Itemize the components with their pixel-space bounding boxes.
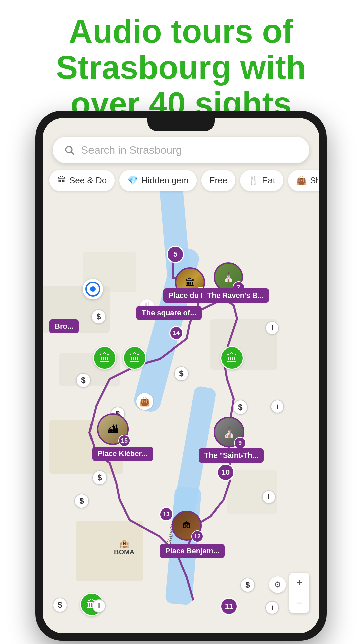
dollar-marker-9: $ [53, 598, 67, 612]
phone-notch [147, 118, 215, 131]
info-marker-4: i [265, 601, 279, 614]
adjust-icon[interactable]: ⚙ [269, 576, 286, 593]
search-icon [63, 143, 76, 157]
dollar-marker-6: $ [74, 494, 89, 508]
filter-see-do[interactable]: 🏛 See & Do [49, 170, 115, 191]
hidden-gem-label: Hidden gem [141, 175, 188, 186]
marker-7[interactable]: ⛪ 7 [214, 262, 243, 292]
tooltip-square-of[interactable]: The square of... [136, 306, 202, 320]
dollar-marker-3: $ [76, 373, 91, 388]
marker-13[interactable]: 13 [159, 507, 173, 521]
filter-free[interactable]: Free [201, 170, 235, 191]
phone-frame: Search in Strasbourg 🏛 See & Do 💎 Hidden… [35, 111, 327, 641]
tooltip-bro[interactable]: Bro... [49, 319, 79, 333]
marker-5[interactable]: 5 [167, 246, 184, 263]
eat-label: Eat [262, 175, 275, 186]
see-do-icon: 🏛 [57, 175, 66, 186]
hidden-gem-icon: 💎 [127, 175, 138, 186]
marker-9[interactable]: ⛪ 9 [214, 417, 244, 447]
boma-icon: 🏨 [114, 539, 134, 548]
info-marker-5: i [92, 599, 106, 613]
map-area: Search in Strasbourg 🏛 See & Do 💎 Hidden… [43, 118, 319, 633]
filter-tabs: 🏛 See & Do 💎 Hidden gem Free 🍴 Eat [49, 170, 319, 191]
tooltip-place-benjam[interactable]: Place Benjam... [160, 544, 225, 558]
boma-poi: 🏨 BOMA [114, 539, 134, 556]
phone-mockup: Search in Strasbourg 🏛 See & Do 💎 Hidden… [35, 111, 327, 641]
marker-10[interactable]: 10 [217, 464, 234, 481]
boma-text: BOMA [114, 548, 134, 556]
marker-15[interactable]: 🏙 15 [97, 413, 129, 445]
info-marker-2: i [270, 400, 284, 413]
filter-shop[interactable]: 👜 Sh... [288, 170, 319, 191]
tooltip-ravens-b[interactable]: The Raven's B... [202, 288, 269, 303]
free-label: Free [209, 175, 227, 186]
shop-poi-marker: 👜 [136, 393, 153, 410]
eat-icon: 🍴 [248, 175, 259, 186]
dollar-marker-8: $ [240, 578, 255, 592]
filter-hidden-gem[interactable]: 💎 Hidden gem [119, 170, 196, 191]
info-marker-1: i [265, 321, 279, 335]
shop-icon: 👜 [296, 175, 307, 186]
svg-line-1 [71, 152, 74, 154]
dollar-marker-7: $ [92, 470, 107, 485]
header-title: Audio tours of Strasbourg with over 40 s… [20, 13, 342, 122]
tooltip-saint-th[interactable]: The "Saint-Th... [199, 448, 264, 463]
dollar-marker-5: $ [233, 400, 248, 415]
dollar-marker-2: $ [174, 366, 189, 381]
header-section: Audio tours of Strasbourg with over 40 s… [0, 0, 362, 128]
search-placeholder: Search in Strasbourg [81, 144, 299, 156]
zoom-out-button[interactable]: − [289, 593, 309, 613]
search-bar[interactable]: Search in Strasbourg [53, 137, 309, 163]
green-poi-1[interactable]: 🏛 [93, 346, 116, 370]
zoom-in-button[interactable]: + [289, 573, 309, 593]
phone-screen: Search in Strasbourg 🏛 See & Do 💎 Hidden… [43, 118, 319, 633]
tooltip-place-kleber[interactable]: Place Kléber... [92, 447, 153, 461]
filter-eat[interactable]: 🍴 Eat [240, 170, 283, 191]
marker-11[interactable]: 11 [220, 598, 238, 615]
marker-14[interactable]: 14 [169, 326, 183, 340]
info-marker-3: i [262, 490, 276, 504]
zoom-control[interactable]: + − [289, 573, 309, 613]
dollar-marker-1: $ [91, 309, 106, 324]
shop-label: Sh... [310, 175, 319, 186]
green-poi-2[interactable]: 🏛 [123, 346, 146, 370]
marker-12[interactable]: 🏚 12 [172, 511, 202, 541]
green-poi-3[interactable]: 🏛 [220, 346, 244, 370]
see-do-label: See & Do [69, 175, 107, 186]
user-location-marker [83, 279, 103, 299]
